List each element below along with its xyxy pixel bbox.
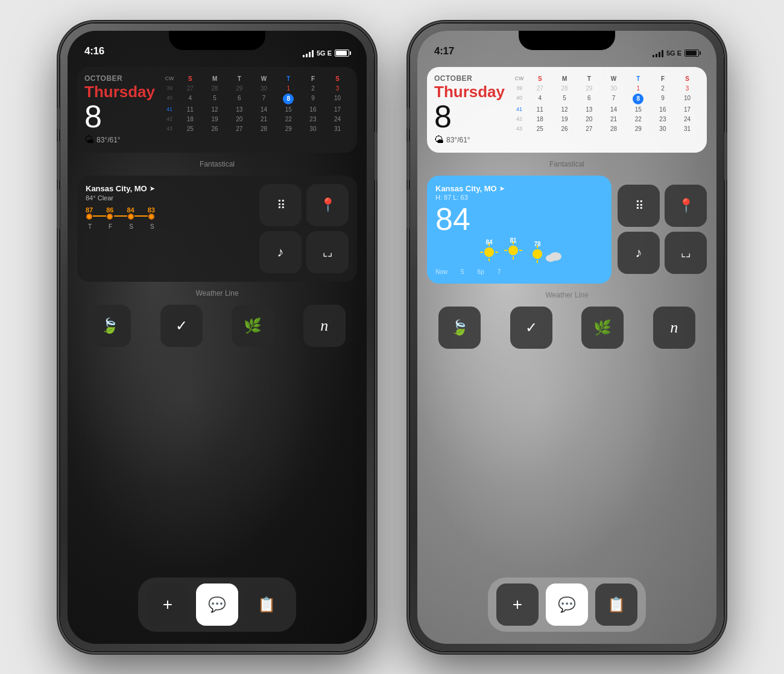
app-music-icon-1[interactable]: ♪ [259,231,302,273]
d7: 7 [251,94,276,104]
temp-6p: 78 [534,241,541,247]
calendar-top-2: OCTOBER Thursday 8 🌤 83°/61° CW [434,74,700,145]
weather-temp-val-2: 84 [435,202,470,237]
time-6p-2: 6p [478,269,484,275]
weather-forecast-2: 84 81 78 [435,237,603,267]
app-maps-icon-1[interactable]: 📍 [306,184,349,226]
col-f-2: F [651,74,675,83]
weather-widget-2[interactable]: Kansas City, MO ➤ H: 87 L: 63 84 [427,176,612,284]
cal-day-num-1: 8 [84,101,155,132]
calendar-widget-2[interactable]: OCTOBER Thursday 8 🌤 83°/61° CW [427,67,707,153]
cal-week-41: 41 11 12 13 14 15 16 17 [161,105,350,114]
temp-line-3 [134,215,148,217]
fantastical-label-1: Fantastical [77,160,357,168]
cw-42: 42 [161,115,178,124]
dock-icon-chat-1[interactable]: 💬 [196,583,238,626]
d28b: 28 [251,124,276,133]
d5-2: 5 [552,94,577,104]
d25: 25 [178,124,203,133]
col-s1-2: S [528,74,552,83]
d30b-2: 30 [651,124,675,133]
app-check-icon-2[interactable]: ✓ [510,307,552,349]
d7-2: 7 [601,94,626,104]
power-button-2 [724,132,727,180]
app-plant-icon-2[interactable]: 🌿 [581,307,624,349]
cal-month-2: OCTOBER [434,74,505,83]
temp-val-83: 83 [148,206,155,214]
cal-day-num-2: 8 [434,101,505,132]
dock-icon-plus-2[interactable]: + [496,583,539,626]
d26: 26 [203,124,227,133]
weather-left-1: Kansas City, MO ➤ 84° Clear 87 [86,184,253,273]
weather-widget-1[interactable]: Kansas City, MO ➤ 84° Clear 87 [77,176,357,282]
d6-2: 6 [577,94,601,104]
cw-43-2: 43 [511,124,528,133]
cal-week-39-2: 39 27 28 29 30 1 2 3 [511,84,700,93]
d30-2: 30 [601,84,626,93]
cw-label-2: CW [511,74,528,83]
notch-2 [519,31,615,50]
d29: 29 [227,84,251,93]
d2: 2 [301,84,326,93]
app-grid-icon-2[interactable]: ⠿ [618,185,660,227]
leaf-symbol-1: 🍃 [101,317,119,334]
d19: 19 [203,115,227,124]
dock-icon-notes-1[interactable]: 📋 [245,583,288,626]
app-music-icon-2[interactable]: ♪ [618,232,660,274]
cal-header-row-2: CW S M T W T F S [511,74,700,83]
signal-bar-4 [312,50,314,57]
calendar-widget-1[interactable]: OCTOBER Thursday 8 🌤 83°/61° CW [77,67,357,153]
scan-icon-symbol: ⌞⌟ [323,246,332,259]
time-F: F [109,223,112,230]
n-symbol-1: n [320,317,328,335]
app-check-icon-1[interactable]: ✓ [160,305,203,347]
weather-right-grid-1: ⠿ 📍 ♪ ⌞⌟ [259,184,349,273]
temp-84: 84 [127,206,134,220]
d4-2: 4 [528,94,552,104]
app-n-icon-2[interactable]: n [653,307,695,349]
d31-2: 31 [675,124,700,133]
app-leaf-icon-2[interactable]: 🍃 [438,307,481,349]
app-maps-icon-2[interactable]: 📍 [665,185,707,227]
app-scan-icon-1[interactable]: ⌞⌟ [306,231,349,273]
screen-content-2: OCTOBER Thursday 8 🌤 83°/61° CW [417,61,716,644]
cal-month-1: OCTOBER [84,74,155,83]
d31: 31 [325,124,350,133]
cal-day-name-1: Thursday [84,84,155,100]
d11-2: 11 [528,105,552,114]
app-scan-icon-2[interactable]: ⌞⌟ [665,232,707,274]
dock-icon-plus-1[interactable]: + [147,583,189,626]
app-leaf-icon-1[interactable]: 🍃 [89,305,131,347]
d10: 10 [325,94,350,104]
volume-down-button-2 [406,189,409,229]
cal-week-43-2: 43 25 26 27 28 29 30 31 [511,124,700,133]
location-arrow-2: ➤ [499,185,504,192]
time-5-2: 5 [461,269,464,275]
d22-2: 22 [626,115,651,124]
d29b: 29 [276,124,301,133]
d15-2: 15 [626,105,651,114]
d15: 15 [276,105,301,114]
calendar-top-1: OCTOBER Thursday 8 🌤 83°/61° CW [84,74,350,145]
dock-inner-2: + 💬 📋 [488,577,646,632]
battery-icon-2 [684,49,700,57]
d20: 20 [227,115,251,124]
dock-icon-chat-2[interactable]: 💬 [546,583,588,626]
d28-2: 28 [552,84,577,93]
app-grid-icon-1[interactable]: ⠿ [259,184,302,226]
sun-6p [533,249,542,259]
d24-2: 24 [675,115,700,124]
dock-icon-notes-2[interactable]: 📋 [595,583,637,626]
phone-1: 4:16 5G E [60,24,374,651]
weather-hl-2: H: 87 L: 63 [435,194,603,201]
d30: 30 [251,84,276,93]
app-n-icon-1[interactable]: n [303,305,346,347]
d12: 12 [203,105,227,114]
cw-39-2: 39 [511,84,528,93]
app-plant-icon-1[interactable]: 🌿 [232,305,274,347]
signal-bars-2 [653,49,663,57]
temp-line-1 [93,215,106,217]
d2-2: 2 [651,84,675,93]
svg-point-9 [546,255,555,262]
col-t1: T [227,74,251,83]
